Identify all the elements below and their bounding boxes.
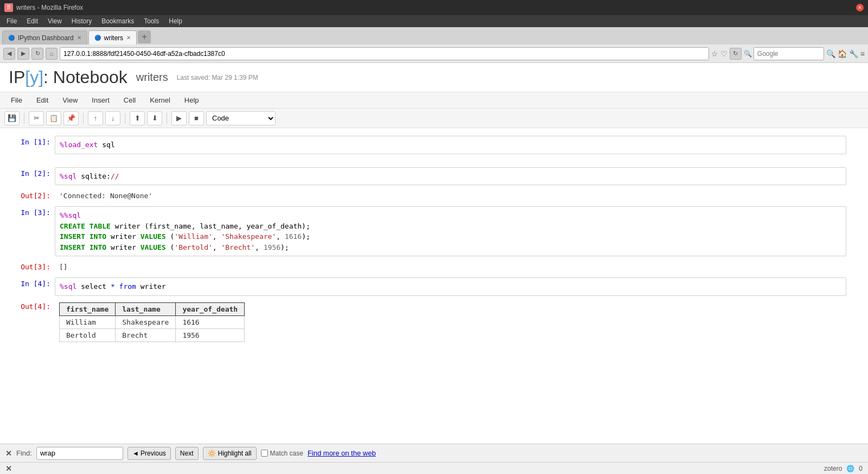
home-button[interactable]: ⌂ xyxy=(46,48,58,60)
cell-type-select[interactable]: Code Markdown Raw NBConvert Heading xyxy=(206,111,276,125)
cell-2-input[interactable]: %sql sqlite:// xyxy=(55,167,846,186)
cell-2-out: Out[2]: 'Connected: None@None' xyxy=(0,187,868,204)
nb-menu-kernel[interactable]: Kernel xyxy=(143,94,177,106)
cell-year-1: 1616 xyxy=(176,315,245,328)
tab-dashboard-label: IPython Dashboard xyxy=(18,34,74,42)
cell-4-input[interactable]: %sql select * from writer xyxy=(55,277,846,296)
nb-menu-edit[interactable]: Edit xyxy=(30,94,55,106)
cell-3-num2: 1956 xyxy=(264,243,280,251)
save-button[interactable]: 💾 xyxy=(4,111,20,125)
cell-3-insert2: INSERT INTO xyxy=(60,243,106,251)
address-input[interactable] xyxy=(60,47,709,60)
cell-3-create2: writer (first_name, last_name, year_of_d… xyxy=(111,222,310,230)
cell-3-num1: 1616 xyxy=(285,232,302,241)
find-input[interactable] xyxy=(36,447,123,460)
cell-3-str1b: 'Shakespeare' xyxy=(221,232,276,241)
cell-2-magic: %sql xyxy=(60,172,76,180)
refresh-icon[interactable]: ↻ xyxy=(730,48,742,60)
find-close-button[interactable]: ✕ xyxy=(5,449,12,458)
cell-3-insert2b: writer xyxy=(106,243,141,251)
tab-bar: 🔵 IPython Dashboard ✕ 🔵 writers ✕ + xyxy=(0,27,868,45)
browser-menu-view[interactable]: View xyxy=(43,16,66,26)
browser-menu-history[interactable]: History xyxy=(67,16,96,26)
heart-icon[interactable]: ♡ xyxy=(720,49,727,58)
cell-4-out: Out[4]: first_name last_name year_of_dea… xyxy=(0,298,868,346)
browser-menu-file[interactable]: File xyxy=(2,16,21,26)
reload-button[interactable]: ↻ xyxy=(31,48,43,60)
zoom-icon[interactable]: 🔍 xyxy=(826,49,835,58)
cell-3-magic: %%sql xyxy=(60,211,81,219)
insert-above-button[interactable]: ⬆ xyxy=(130,111,145,125)
stop-button[interactable]: ■ xyxy=(189,111,204,125)
bookmark-star-icon[interactable]: ☆ xyxy=(711,49,718,58)
find-next-button[interactable]: Next xyxy=(175,447,199,460)
cell-1-input[interactable]: %load_ext sql xyxy=(55,136,846,154)
highlight-label: Highlight all xyxy=(218,450,252,457)
browser-menu-help[interactable]: Help xyxy=(164,16,187,26)
tools-icon[interactable]: 🔧 xyxy=(849,49,858,58)
more-icon[interactable]: ≡ xyxy=(860,49,865,58)
nb-menu-help[interactable]: Help xyxy=(178,94,206,106)
notebook-main[interactable]: In [1]: %load_ext sql In [2]: %sql sqlit… xyxy=(0,128,868,444)
find-highlight-button[interactable]: 🔆 Highlight all xyxy=(203,447,257,460)
tab-writers-close[interactable]: ✕ xyxy=(126,35,131,41)
find-label: Find: xyxy=(16,449,32,457)
cell-4-output: first_name last_name year_of_death Willi… xyxy=(55,300,846,344)
nb-menu-cell[interactable]: Cell xyxy=(117,94,142,106)
browser-menu-bookmarks[interactable]: Bookmarks xyxy=(97,16,138,26)
bottom-spacer xyxy=(0,346,868,379)
tab-dashboard-close[interactable]: ✕ xyxy=(77,35,81,41)
forward-button[interactable]: ▶ xyxy=(17,48,29,60)
nb-menu-file[interactable]: File xyxy=(4,94,29,106)
find-previous-button[interactable]: ◄ Previous xyxy=(127,447,171,460)
col-last-name: last_name xyxy=(116,302,176,315)
cell-3: In [3]: %%sql CREATE TABLE writer (first… xyxy=(0,204,868,258)
cell-3-create: CREATE TABLE xyxy=(60,222,111,230)
paste-button[interactable]: 📌 xyxy=(63,111,79,125)
move-up-button[interactable]: ↑ xyxy=(88,111,103,125)
find-bar: ✕ Find: ◄ Previous Next 🔆 Highlight all … xyxy=(0,444,868,462)
cell-last-2: Brecht xyxy=(116,328,176,342)
globe-icon: 🌐 xyxy=(846,465,854,472)
browser-icon: ff xyxy=(4,3,13,12)
cell-4-prompt: In [4]: xyxy=(1,277,55,296)
back-button[interactable]: ◀ xyxy=(3,48,15,60)
table-row-2: Bertold Brecht 1956 xyxy=(60,328,245,342)
cell-3-insert1b: writer xyxy=(106,232,141,241)
search-input[interactable] xyxy=(754,47,824,60)
cell-3-comma4: , xyxy=(255,243,264,251)
tab-writers[interactable]: 🔵 writers ✕ xyxy=(88,30,137,45)
browser-menu-tools[interactable]: Tools xyxy=(139,16,163,26)
new-tab-button[interactable]: + xyxy=(138,30,151,43)
copy-button[interactable]: 📋 xyxy=(46,111,61,125)
match-case-checkbox[interactable] xyxy=(261,450,268,457)
run-button[interactable]: ▶ xyxy=(171,111,187,125)
move-down-button[interactable]: ↓ xyxy=(105,111,120,125)
window-close-button[interactable]: ✕ xyxy=(856,4,864,11)
house-icon[interactable]: 🏠 xyxy=(838,49,847,58)
notebook-logo: IP[y]: Notebook xyxy=(9,67,127,87)
nb-menu-view[interactable]: View xyxy=(56,94,84,106)
browser-menu-edit[interactable]: Edit xyxy=(22,16,42,26)
logo-ip: IP xyxy=(9,67,25,87)
cell-4-space: select xyxy=(76,282,111,290)
cut-button[interactable]: ✂ xyxy=(29,111,44,125)
tab-dashboard[interactable]: 🔵 IPython Dashboard ✕ xyxy=(2,30,87,45)
cell-4-magic: %sql xyxy=(60,282,76,290)
toolbar-separator-2 xyxy=(83,113,84,124)
notebook-toolbar: 💾 ✂ 📋 📌 ↑ ↓ ⬆ ⬇ ▶ ■ Code Markdown Raw NB… xyxy=(0,109,868,128)
cell-3-prompt: In [3]: xyxy=(1,206,55,256)
nb-menu-insert[interactable]: Insert xyxy=(85,94,116,106)
insert-below-button[interactable]: ⬇ xyxy=(147,111,162,125)
status-close-button[interactable]: ✕ xyxy=(5,464,12,473)
spacer-1 xyxy=(0,156,868,165)
cell-3-input[interactable]: %%sql CREATE TABLE writer (first_name, l… xyxy=(55,206,846,256)
find-more-link[interactable]: Find more on the web xyxy=(308,449,376,457)
logo-rest: : Notebook xyxy=(43,67,127,87)
notebook-content: In [1]: %load_ext sql In [2]: %sql sqlit… xyxy=(0,128,868,444)
tab-writers-label: writers xyxy=(104,34,123,42)
cell-3-str2a: 'Bertold' xyxy=(174,243,212,251)
notebook-name[interactable]: writers xyxy=(136,71,168,84)
col-year-of-death: year_of_death xyxy=(176,302,245,315)
cell-3-values2: VALUES xyxy=(141,243,166,251)
